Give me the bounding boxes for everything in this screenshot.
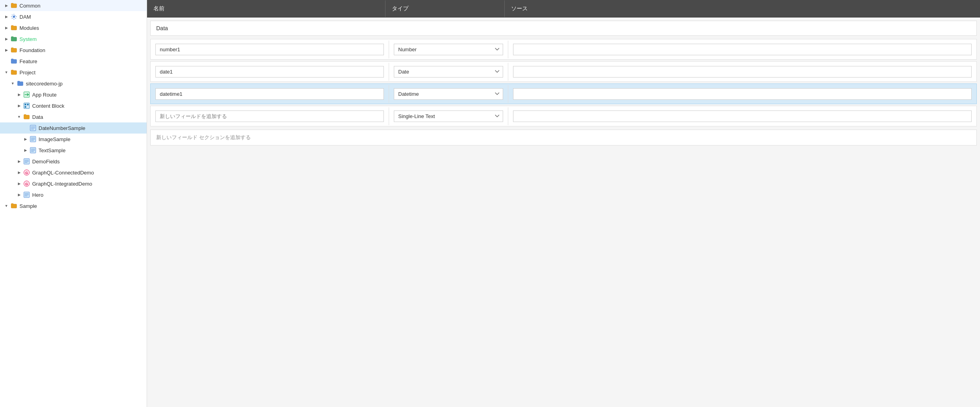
field-source-input-0[interactable]	[513, 44, 972, 55]
field-source-input-1[interactable]	[513, 66, 972, 78]
tree-arrow-sitecoredemo-jp[interactable]	[10, 80, 16, 87]
svg-text:G: G	[25, 171, 28, 175]
tree-arrow-graphql-integrated[interactable]	[16, 180, 22, 187]
sidebar-item-data[interactable]: Data	[0, 111, 147, 122]
field-type-select-3[interactable]: NumberDateDatetimeSingle-Line TextMulti-…	[394, 110, 503, 122]
sidebar-label-data: Data	[32, 114, 43, 120]
template-icon	[29, 136, 37, 143]
tree-arrow-demofields[interactable]	[16, 158, 22, 165]
field-name-input-2[interactable]	[155, 88, 384, 100]
add-section-label: 新しいフィールド セクションを追加する	[156, 134, 251, 140]
sidebar-item-modules[interactable]: Modules	[0, 22, 147, 33]
sidebar-label-content-block: Content Block	[32, 103, 64, 109]
sidebar-item-hero[interactable]: Hero	[0, 189, 147, 200]
tree-arrow-app-route[interactable]	[16, 91, 22, 98]
folder-icon	[10, 69, 17, 76]
block-icon	[23, 102, 30, 109]
add-section-button[interactable]: 新しいフィールド セクションを追加する	[150, 130, 977, 145]
svg-text:G: G	[25, 182, 28, 186]
field-name-cell-2	[151, 85, 389, 103]
field-type-select-1[interactable]: NumberDateDatetimeSingle-Line TextMulti-…	[394, 66, 503, 78]
field-source-cell-0	[508, 41, 976, 58]
section-header: Data	[150, 21, 977, 36]
tree-arrow-modules[interactable]	[3, 25, 10, 31]
field-type-cell-2: NumberDateDatetimeSingle-Line TextMulti-…	[389, 85, 508, 103]
field-name-cell-3	[151, 107, 389, 125]
header-source-col: ソース	[505, 0, 980, 17]
template-icon	[29, 124, 37, 132]
sidebar-label-feature: Feature	[19, 58, 37, 64]
sidebar-label-demofields: DemoFields	[32, 159, 60, 165]
content-body: Data NumberDateDatetimeSingle-Line TextM…	[147, 17, 980, 407]
tree-arrow-foundation[interactable]	[3, 47, 10, 53]
header-type-label: タイプ	[392, 5, 409, 12]
sidebar-item-textsample[interactable]: TextSample	[0, 145, 147, 156]
tree-arrow-textsample[interactable]	[22, 147, 29, 153]
folder-blue-icon	[10, 58, 17, 65]
folder-blue-icon	[17, 80, 24, 87]
sidebar-item-demofields[interactable]: DemoFields	[0, 156, 147, 167]
tree-arrow-project[interactable]	[3, 69, 10, 76]
svg-point-0	[13, 16, 15, 18]
sidebar-item-feature[interactable]: Feature	[0, 56, 147, 67]
sidebar-item-graphql-connected[interactable]: GGraphQL-ConnectedDemo	[0, 167, 147, 178]
sidebar-label-datenumbersample: DateNumberSample	[39, 125, 85, 131]
header-name-col: 名前	[147, 0, 385, 17]
field-source-input-3[interactable]	[513, 110, 972, 122]
folder-icon	[10, 2, 17, 9]
field-type-cell-3: NumberDateDatetimeSingle-Line TextMulti-…	[389, 107, 508, 125]
graphql-icon: G	[23, 169, 30, 176]
tree-arrow-data[interactable]	[16, 114, 22, 120]
field-row-field-new: NumberDateDatetimeSingle-Line TextMulti-…	[150, 106, 977, 126]
sidebar-label-sample: Sample	[19, 203, 37, 209]
tree-arrow-content-block[interactable]	[16, 103, 22, 109]
sidebar-item-sample[interactable]: Sample	[0, 200, 147, 211]
field-row-field-date1: NumberDateDatetimeSingle-Line TextMulti-…	[150, 61, 977, 82]
field-type-select-0[interactable]: NumberDateDatetimeSingle-Line TextMulti-…	[394, 44, 503, 55]
sidebar-label-graphql-connected: GraphQL-ConnectedDemo	[32, 170, 94, 176]
header-type-col: タイプ	[385, 0, 505, 17]
field-type-cell-1: NumberDateDatetimeSingle-Line TextMulti-…	[389, 63, 508, 81]
sidebar-item-graphql-integrated[interactable]: GGraphQL-IntegratedDemo	[0, 178, 147, 189]
field-source-cell-3	[508, 107, 976, 125]
sidebar-item-common[interactable]: Common	[0, 0, 147, 11]
sidebar-item-foundation[interactable]: Foundation	[0, 45, 147, 56]
svg-rect-4	[27, 104, 29, 105]
sidebar-item-system[interactable]: System	[0, 33, 147, 45]
field-name-cell-0	[151, 41, 389, 58]
field-name-input-3[interactable]	[155, 110, 384, 122]
section-name: Data	[156, 25, 168, 31]
header-source-label: ソース	[511, 5, 528, 12]
sidebar-item-dam[interactable]: DAM	[0, 11, 147, 22]
tree-arrow-dam[interactable]	[3, 14, 10, 20]
field-name-cell-1	[151, 63, 389, 81]
field-row-field-datetime1: NumberDateDatetimeSingle-Line TextMulti-…	[150, 83, 977, 104]
folder-icon	[23, 113, 30, 120]
sidebar-label-project: Project	[19, 70, 35, 76]
tree-arrow-hero[interactable]	[16, 192, 22, 198]
field-type-select-2[interactable]: NumberDateDatetimeSingle-Line TextMulti-…	[394, 88, 503, 100]
field-source-input-2[interactable]	[513, 88, 972, 100]
tree-arrow-common[interactable]	[3, 2, 10, 9]
field-name-input-0[interactable]	[155, 44, 384, 55]
sidebar-item-content-block[interactable]: Content Block	[0, 100, 147, 111]
header-name-label: 名前	[153, 5, 165, 12]
tree-arrow-graphql-connected[interactable]	[16, 169, 22, 176]
sidebar-item-project[interactable]: Project	[0, 67, 147, 78]
sidebar-item-app-route[interactable]: App Route	[0, 89, 147, 100]
tree-arrow-imagesample[interactable]	[22, 136, 29, 142]
sidebar-item-imagesample[interactable]: ImageSample	[0, 134, 147, 145]
field-name-input-1[interactable]	[155, 66, 384, 78]
template-icon	[29, 147, 37, 154]
svg-rect-2	[24, 103, 29, 109]
sidebar-label-graphql-integrated: GraphQL-IntegratedDemo	[32, 181, 92, 187]
tree-arrow-system[interactable]	[3, 36, 10, 42]
sidebar: CommonDAMModulesSystemFoundationFeatureP…	[0, 0, 147, 407]
field-type-cell-0: NumberDateDatetimeSingle-Line TextMulti-…	[389, 41, 508, 58]
tree-arrow-sample[interactable]	[3, 203, 10, 209]
sidebar-item-datenumbersample[interactable]: DateNumberSample	[0, 122, 147, 134]
graphql-icon: G	[23, 180, 30, 187]
sidebar-item-sitecoredemo-jp[interactable]: sitecoredemo-jp	[0, 78, 147, 89]
folder-icon	[10, 24, 17, 31]
template-icon	[23, 158, 30, 165]
